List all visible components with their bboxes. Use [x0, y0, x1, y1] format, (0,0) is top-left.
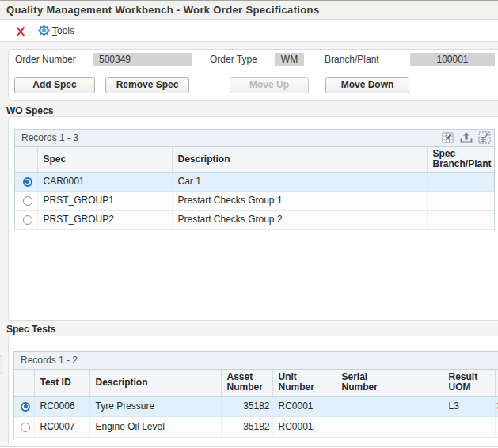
- spec-tests-row-1-radio-cell: [14, 396, 34, 416]
- wo-specs-row-2-radio[interactable]: [23, 196, 32, 206]
- add-spec-button[interactable]: Add Spec: [14, 77, 95, 93]
- branch-plant-field: 100001: [410, 53, 495, 66]
- application-window: Quality Management Workbench - Work Orde…: [0, 0, 498, 448]
- spec-tests-row-1[interactable]: RC0006 Tyre Pressure 35182 RC0001 L3 3: [14, 396, 498, 416]
- branch-plant-label: Branch/Plant: [325, 54, 379, 65]
- wo-specs-section-title: WO Specs: [6, 105, 53, 116]
- move-up-button: Move Up: [230, 77, 309, 93]
- wo-specs-row-2-spec-branch-plant[interactable]: [427, 191, 494, 210]
- wo-specs-row-3-spec-branch-plant[interactable]: [427, 210, 494, 229]
- spec-tests-row-1-result-uom[interactable]: L3: [443, 396, 495, 416]
- spec-tests-row-2-asset-number[interactable]: 35182: [221, 416, 272, 437]
- wo-specs-table: Spec Description Spec Branch/Plant CAR00…: [15, 147, 494, 230]
- spec-tests-row-2-clipped-value[interactable]: [495, 416, 498, 437]
- spec-tests-row-1-clipped-value[interactable]: 3: [495, 396, 498, 416]
- form-toolbar: Tools: [0, 20, 498, 42]
- wo-specs-col-spec[interactable]: Spec: [37, 147, 172, 172]
- spec-tests-row-2[interactable]: RC0007 Engine Oil Level 35182 RC0001: [14, 416, 498, 437]
- spec-tests-row-2-result-uom[interactable]: [443, 416, 495, 437]
- spec-tests-row-2-serial-number[interactable]: [336, 416, 443, 437]
- tools-menu[interactable]: Tools: [52, 25, 74, 36]
- wo-specs-header-row: Spec Description Spec Branch/Plant: [15, 147, 494, 172]
- order-number-label: Order Number: [15, 54, 76, 65]
- spec-tests-row-1-radio-selected[interactable]: [21, 402, 30, 412]
- wo-specs-select-column-header: [15, 147, 37, 172]
- spec-tests-row-2-radio[interactable]: [21, 423, 30, 432]
- spec-tests-row-1-asset-number[interactable]: 35182: [221, 396, 272, 416]
- wo-specs-row-3-radio-cell: [15, 210, 37, 229]
- spec-tests-col-result-uom[interactable]: Result UOM: [443, 370, 495, 396]
- wo-specs-grid: Records 1 - 3: [14, 129, 495, 230]
- spec-tests-row-2-test-id[interactable]: RC0007: [34, 416, 89, 437]
- spec-tests-row-1-description[interactable]: Tyre Pressure: [89, 396, 221, 416]
- wo-specs-row-2-radio-cell: [15, 191, 37, 210]
- wo-specs-row-3[interactable]: PRST_GROUP2 Prestart Checks Group 2: [15, 210, 494, 229]
- spec-tests-col-description[interactable]: Description: [89, 370, 221, 396]
- spec-tests-col-test-id[interactable]: Test ID: [34, 370, 89, 396]
- wo-specs-row-1[interactable]: CAR0001 Car 1: [15, 172, 494, 191]
- spec-tests-grid: Records 1 - 2 Test ID Description Asset …: [13, 351, 498, 439]
- wo-specs-row-2[interactable]: PRST_GROUP1 Prestart Checks Group 1: [15, 191, 494, 210]
- wo-specs-row-1-radio-selected[interactable]: [23, 177, 32, 187]
- export-grid-data-icon[interactable]: [460, 131, 473, 144]
- spec-tests-records-count: Records 1 - 2: [21, 355, 78, 366]
- left-edge-splitter-handle[interactable]: [0, 355, 2, 374]
- customize-grid-icon[interactable]: [442, 131, 454, 144]
- spec-tests-header-row: Test ID Description Asset Number Unit Nu…: [14, 370, 498, 396]
- order-type-label: Order Type: [210, 54, 257, 65]
- wo-specs-row-1-description[interactable]: Car 1: [172, 172, 427, 191]
- wo-specs-row-3-radio[interactable]: [23, 215, 32, 225]
- gear-icon[interactable]: [38, 25, 50, 36]
- tools-menu-label-rest: ools: [57, 25, 74, 36]
- wo-specs-row-2-description[interactable]: Prestart Checks Group 1: [172, 191, 427, 210]
- spec-tests-col-serial-number[interactable]: Serial Number: [336, 370, 443, 396]
- wo-specs-col-description[interactable]: Description: [172, 147, 427, 172]
- spec-tests-section-title: Spec Tests: [6, 324, 55, 335]
- wo-specs-grid-header-bar: Records 1 - 3: [15, 130, 494, 147]
- spec-tests-col-clipped: [495, 370, 498, 396]
- wo-specs-grid-icons: [442, 131, 491, 144]
- window-titlebar: Quality Management Workbench - Work Orde…: [0, 0, 498, 20]
- window-title: Quality Management Workbench - Work Orde…: [6, 4, 319, 16]
- wo-specs-col-spec-branch-plant[interactable]: Spec Branch/Plant: [427, 147, 494, 172]
- spec-tests-table: Test ID Description Asset Number Unit Nu…: [14, 370, 498, 438]
- remove-spec-button[interactable]: Remove Spec: [105, 77, 189, 93]
- wo-specs-row-3-description[interactable]: Prestart Checks Group 2: [172, 210, 427, 229]
- wo-specs-records-count: Records 1 - 3: [21, 132, 78, 143]
- wo-specs-row-1-spec[interactable]: CAR0001: [37, 172, 172, 191]
- spec-tests-col-unit-number[interactable]: Unit Number: [272, 370, 336, 396]
- spec-tests-row-1-serial-number[interactable]: [336, 396, 443, 416]
- move-down-button[interactable]: Move Down: [325, 77, 409, 93]
- wo-specs-row-1-spec-branch-plant[interactable]: [427, 172, 494, 191]
- spec-tests-row-2-description[interactable]: Engine Oil Level: [89, 416, 221, 437]
- spec-tests-grid-header-bar: Records 1 - 2: [14, 352, 498, 370]
- spec-tests-row-2-radio-cell: [14, 416, 34, 437]
- spec-tests-select-column-header: [14, 370, 34, 396]
- close-icon[interactable]: [15, 26, 26, 37]
- spec-tests-row-1-unit-number[interactable]: RC0001: [272, 396, 336, 416]
- wo-specs-row-1-radio-cell: [15, 172, 37, 191]
- spec-tests-row-1-test-id[interactable]: RC0006: [34, 396, 89, 416]
- wo-specs-row-3-spec[interactable]: PRST_GROUP2: [37, 210, 172, 229]
- spec-tests-col-asset-number[interactable]: Asset Number: [221, 370, 272, 396]
- spec-tests-row-2-unit-number[interactable]: RC0001: [272, 416, 336, 437]
- order-type-field: WM: [275, 53, 304, 66]
- wo-specs-row-2-spec[interactable]: PRST_GROUP1: [37, 191, 172, 210]
- maximize-grid-icon[interactable]: [478, 131, 491, 144]
- order-number-field: 500349: [93, 53, 192, 66]
